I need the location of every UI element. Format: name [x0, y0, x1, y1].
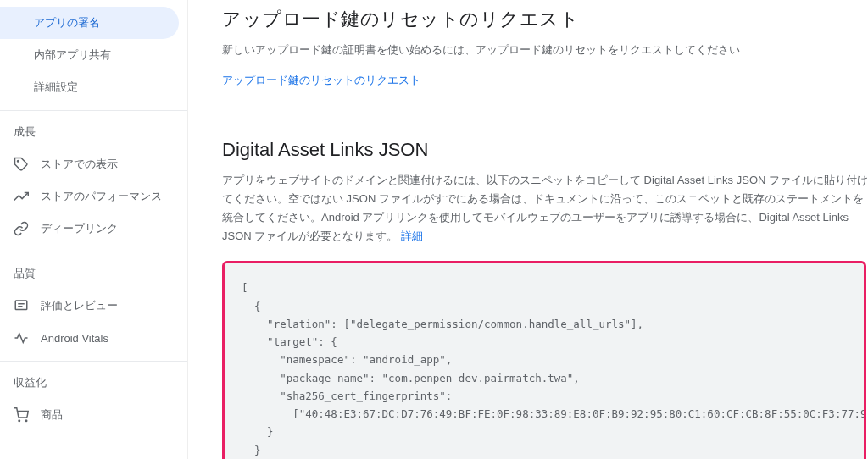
sidebar-item-deep-links[interactable]: ディープリンク: [0, 213, 187, 245]
main-content: アップロード鍵のリセットのリクエスト 新しいアップロード鍵の証明書を使い始めるに…: [188, 0, 868, 459]
sidebar-item-label: 商品: [41, 407, 63, 423]
code-highlight-border: [ { "relation": ["delegate_permission/co…: [222, 261, 866, 459]
svg-point-0: [18, 161, 19, 163]
tag-icon: [14, 157, 29, 172]
sidebar-item-label: 評価とレビュー: [41, 298, 118, 313]
dal-desc: アプリをウェブサイトのドメインと関連付けるには、以下のスニペットをコピーして D…: [222, 171, 868, 246]
sidebar-item-internal-sharing[interactable]: 内部アプリ共有: [0, 39, 187, 71]
link-icon: [14, 221, 29, 236]
sidebar-item-products[interactable]: 商品: [0, 399, 187, 431]
dal-learn-more-link[interactable]: 詳細: [401, 230, 423, 242]
cart-icon: [14, 407, 29, 423]
sidebar-item-label: ストアのパフォーマンス: [41, 189, 162, 204]
sidebar-item-advanced[interactable]: 詳細設定: [0, 71, 187, 103]
dal-section: Digital Asset Links JSON アプリをウェブサイトのドメイン…: [222, 139, 868, 459]
sidebar-item-store-presence[interactable]: ストアでの表示: [0, 148, 187, 180]
sidebar-item-label: 内部アプリ共有: [34, 47, 111, 63]
reset-key-link[interactable]: アップロード鍵のリセットのリクエスト: [222, 73, 868, 88]
sidebar: アプリの署名 内部アプリ共有 詳細設定 成長 ストアでの表示 ストアのパフォーマ…: [0, 0, 188, 459]
sidebar-item-android-vitals[interactable]: Android Vitals: [0, 322, 187, 354]
dal-code-block[interactable]: [ { "relation": ["delegate_permission/co…: [225, 263, 864, 459]
sidebar-section-monetize: 収益化: [0, 361, 187, 399]
vitals-icon: [14, 330, 29, 346]
sidebar-item-label: ディープリンク: [41, 221, 118, 236]
sidebar-item-label: Android Vitals: [41, 332, 108, 345]
svg-rect-1: [15, 301, 27, 310]
dal-title: Digital Asset Links JSON: [222, 139, 868, 161]
review-icon: [14, 298, 29, 313]
sidebar-item-store-performance[interactable]: ストアのパフォーマンス: [0, 180, 187, 213]
dal-desc-text: アプリをウェブサイトのドメインと関連付けるには、以下のスニペットをコピーして D…: [222, 174, 868, 242]
sidebar-section-quality: 品質: [0, 252, 187, 290]
svg-point-5: [25, 420, 27, 422]
trend-icon: [14, 189, 29, 204]
sidebar-section-growth: 成長: [0, 110, 187, 148]
sidebar-item-label: 詳細設定: [34, 80, 78, 95]
reset-key-desc: 新しいアップロード鍵の証明書を使い始めるには、アップロード鍵のリセットをリクエス…: [222, 42, 868, 58]
sidebar-item-label: アプリの署名: [34, 15, 100, 30]
sidebar-item-ratings-reviews[interactable]: 評価とレビュー: [0, 290, 187, 322]
svg-point-4: [19, 420, 20, 422]
reset-key-title: アップロード鍵のリセットのリクエスト: [222, 7, 868, 32]
sidebar-item-label: ストアでの表示: [41, 157, 118, 172]
sidebar-item-app-signing[interactable]: アプリの署名: [0, 7, 179, 39]
